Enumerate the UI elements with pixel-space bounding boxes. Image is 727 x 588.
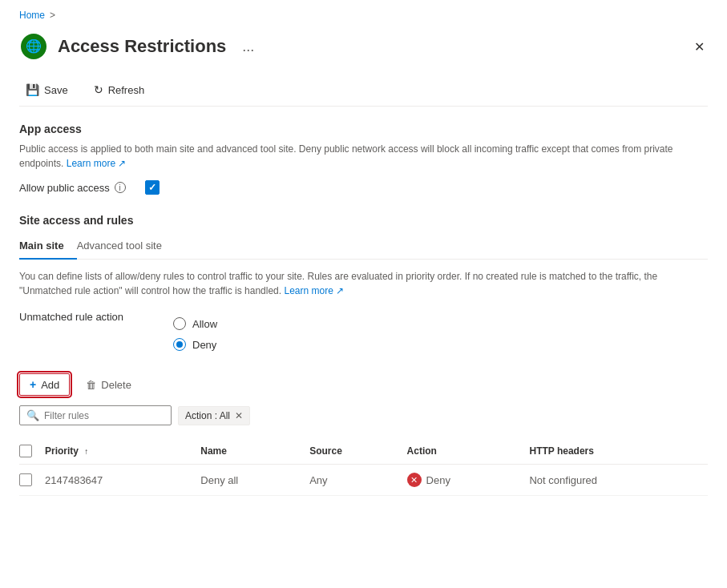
page-icon: 🌐	[19, 32, 48, 61]
delete-button[interactable]: 🗑 Delete	[76, 375, 141, 395]
filter-row: 🔍 Action : All ✕	[19, 405, 708, 425]
rules-external-link-icon: ↗	[336, 285, 344, 296]
external-link-icon: ↗	[118, 158, 126, 169]
td-priority: 2147483647	[45, 465, 200, 496]
refresh-label: Refresh	[108, 84, 145, 96]
plus-icon: +	[30, 378, 36, 391]
priority-sort-icon: ↑	[84, 447, 88, 456]
radio-deny[interactable]	[173, 338, 186, 351]
toolbar: 💾 Save ↻ Refresh	[19, 74, 708, 107]
table-header-row: Priority ↑ Name Source Action HTTP heade…	[19, 438, 708, 465]
more-options-icon[interactable]: ...	[242, 38, 254, 55]
deny-badge: ✕ Deny	[407, 473, 520, 487]
th-action: Action	[407, 438, 530, 465]
unmatched-rule-label: Unmatched rule action	[19, 308, 147, 323]
search-icon: 🔍	[26, 409, 39, 421]
app-access-section: App access Public access is applied to b…	[19, 123, 708, 195]
action-filter-badge: Action : All ✕	[178, 406, 250, 425]
filter-input-wrap: 🔍	[19, 405, 172, 425]
deny-circle-icon: ✕	[407, 473, 422, 487]
app-access-title: App access	[19, 123, 708, 135]
radio-deny-label: Deny	[192, 339, 216, 351]
td-action: ✕ Deny	[407, 465, 530, 496]
action-badge-text: Action : All	[185, 410, 230, 421]
th-source: Source	[309, 438, 406, 465]
th-name: Name	[200, 438, 309, 465]
add-button[interactable]: + Add	[19, 373, 70, 396]
unmatched-rule-options: Allow Deny	[173, 317, 217, 351]
svg-text:🌐: 🌐	[26, 38, 42, 54]
th-select-all	[19, 438, 45, 465]
th-http-headers: HTTP headers	[529, 438, 708, 465]
table-row: 2147483647 Deny all Any ✕ Deny Not confi…	[19, 465, 708, 496]
th-priority[interactable]: Priority ↑	[45, 438, 200, 465]
delete-icon: 🗑	[86, 379, 96, 391]
table-actions: + Add 🗑 Delete	[19, 373, 708, 396]
refresh-button[interactable]: ↻ Refresh	[87, 80, 151, 99]
tab-advanced-tool-site[interactable]: Advanced tool site	[77, 233, 175, 260]
row-checkbox[interactable]	[19, 473, 32, 486]
close-button[interactable]: ✕	[691, 36, 708, 58]
td-http-headers: Not configured	[529, 465, 708, 496]
td-select	[19, 465, 45, 496]
add-label: Add	[41, 379, 59, 391]
learn-more-link[interactable]: Learn more ↗	[67, 158, 127, 169]
radio-allow-label: Allow	[192, 318, 217, 330]
delete-label: Delete	[101, 379, 131, 391]
td-name: Deny all	[200, 465, 309, 496]
info-icon[interactable]: i	[115, 182, 126, 193]
filter-rules-input[interactable]	[44, 410, 164, 421]
rules-description: You can define lists of allow/deny rules…	[19, 269, 708, 298]
page-header: 🌐 Access Restrictions ... ✕	[19, 26, 708, 74]
tab-main-site[interactable]: Main site	[19, 233, 77, 260]
td-source: Any	[309, 465, 406, 496]
breadcrumb-separator: >	[50, 10, 55, 21]
app-access-description: Public access is applied to both main si…	[19, 142, 708, 171]
rules-table: Priority ↑ Name Source Action HTTP heade…	[19, 438, 708, 496]
radio-allow-row[interactable]: Allow	[173, 317, 217, 330]
save-label: Save	[44, 84, 68, 96]
breadcrumb: Home >	[19, 0, 708, 26]
allow-public-access-row: Allow public access i	[19, 180, 708, 195]
radio-allow[interactable]	[173, 317, 186, 330]
save-button[interactable]: 💾 Save	[19, 80, 75, 99]
site-access-title: Site access and rules	[19, 214, 708, 227]
clear-action-filter-button[interactable]: ✕	[235, 410, 243, 421]
breadcrumb-home[interactable]: Home	[19, 10, 45, 21]
allow-public-checkbox[interactable]	[145, 180, 160, 195]
rules-learn-more-link[interactable]: Learn more ↗	[284, 285, 344, 296]
radio-deny-row[interactable]: Deny	[173, 338, 217, 351]
save-icon: 💾	[26, 83, 39, 96]
site-access-section: Site access and rules Main site Advanced…	[19, 214, 708, 496]
refresh-icon: ↻	[94, 83, 103, 96]
page-title: Access Restrictions	[58, 36, 226, 57]
select-all-checkbox[interactable]	[19, 445, 32, 457]
unmatched-rule-section: Unmatched rule action Allow Deny	[19, 308, 708, 360]
allow-public-label: Allow public access i	[19, 182, 126, 194]
site-tabs: Main site Advanced tool site	[19, 233, 708, 260]
